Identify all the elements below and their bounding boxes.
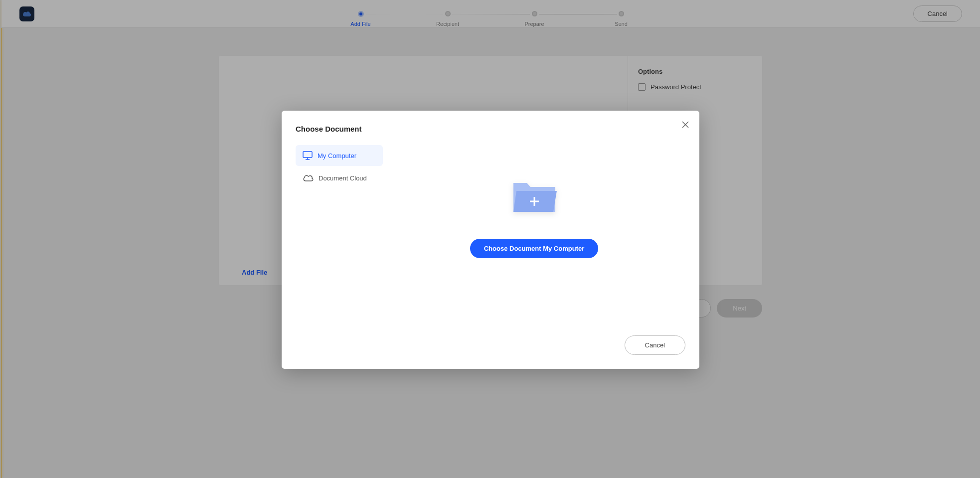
- close-button[interactable]: [680, 120, 690, 130]
- sidebar-item-label: My Computer: [318, 152, 356, 159]
- modal-cancel-button[interactable]: Cancel: [625, 335, 685, 355]
- sidebar-item-my-computer[interactable]: My Computer: [296, 145, 383, 166]
- sidebar-item-document-cloud[interactable]: Document Cloud: [296, 168, 383, 188]
- cloud-icon: [303, 174, 314, 182]
- modal-body: My Computer Document Cloud Choose Docume…: [296, 145, 685, 258]
- choose-document-modal: Choose Document My Computer Document Clo…: [282, 111, 699, 369]
- folder-plus-icon: [509, 176, 559, 216]
- modal-sidebar: My Computer Document Cloud: [296, 145, 383, 258]
- svg-rect-2: [303, 152, 312, 158]
- choose-document-button[interactable]: Choose Document My Computer: [470, 239, 599, 258]
- close-icon: [680, 120, 690, 130]
- modal-main-pane: Choose Document My Computer: [383, 145, 685, 258]
- sidebar-item-label: Document Cloud: [319, 174, 367, 182]
- computer-icon: [303, 151, 313, 160]
- modal-title: Choose Document: [296, 125, 685, 133]
